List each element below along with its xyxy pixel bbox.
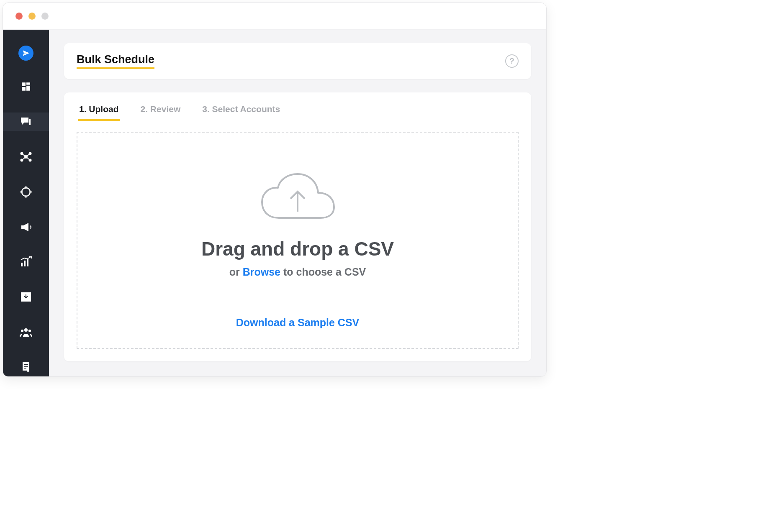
svg-rect-30 <box>24 368 26 369</box>
sidebar-item-megaphone[interactable] <box>3 218 49 236</box>
svg-point-27 <box>28 330 31 332</box>
tab-review[interactable]: 2. Review <box>140 102 182 121</box>
svg-rect-20 <box>24 261 26 266</box>
sidebar-item-document[interactable] <box>3 358 49 376</box>
sidebar-item-network[interactable] <box>3 148 49 166</box>
page-title: Bulk Schedule <box>77 53 154 69</box>
compose-icon <box>20 115 32 128</box>
sidebar-item-logo[interactable] <box>3 46 49 61</box>
dropzone-title: Drag and drop a CSV <box>201 238 394 260</box>
cloud-upload-icon <box>258 172 337 228</box>
sidebar-item-team[interactable] <box>3 323 49 341</box>
svg-rect-4 <box>29 119 31 125</box>
help-button[interactable]: ? <box>505 54 519 68</box>
svg-rect-3 <box>22 87 26 91</box>
download-sample-link[interactable]: Download a Sample CSV <box>236 317 360 329</box>
tab-select-accounts[interactable]: 3. Select Accounts <box>201 102 281 121</box>
svg-line-11 <box>26 153 30 157</box>
browse-link[interactable]: Browse <box>243 266 280 278</box>
network-icon <box>20 151 32 163</box>
window-close-button[interactable] <box>15 13 23 20</box>
sidebar-item-analytics[interactable] <box>3 253 49 271</box>
svg-rect-19 <box>21 263 23 266</box>
sidebar-item-target[interactable] <box>3 183 49 201</box>
svg-rect-28 <box>24 364 28 365</box>
dropzone-subtitle: or Browse to choose a CSV <box>229 266 366 278</box>
app-window: Bulk Schedule ? 1. Upload 2. Review 3. S… <box>3 3 547 377</box>
svg-rect-2 <box>26 86 30 91</box>
svg-rect-24 <box>21 299 31 301</box>
csv-dropzone[interactable]: Drag and drop a CSV or Browse to choose … <box>77 132 519 349</box>
sidebar-item-compose[interactable] <box>3 113 49 131</box>
step-tabs: 1. Upload 2. Review 3. Select Accounts <box>77 102 519 121</box>
team-icon <box>20 326 32 338</box>
help-icon: ? <box>509 56 514 66</box>
dropzone-sub-suffix: to choose a CSV <box>280 266 366 278</box>
sidebar-item-inbox[interactable] <box>3 288 49 306</box>
window-maximize-button[interactable] <box>41 13 49 20</box>
svg-point-25 <box>24 328 28 332</box>
dashboard-icon <box>20 80 32 93</box>
svg-line-10 <box>22 153 26 157</box>
app-body: Bulk Schedule ? 1. Upload 2. Review 3. S… <box>3 30 546 376</box>
svg-line-12 <box>22 157 26 160</box>
svg-point-26 <box>21 330 23 332</box>
tab-upload[interactable]: 1. Upload <box>78 102 120 121</box>
sidebar <box>3 30 49 376</box>
svg-rect-0 <box>22 82 26 86</box>
target-icon <box>20 186 32 198</box>
svg-rect-1 <box>26 82 30 84</box>
inbox-icon <box>20 291 32 303</box>
main-content: Bulk Schedule ? 1. Upload 2. Review 3. S… <box>49 30 546 376</box>
logo-icon <box>18 46 33 61</box>
window-minimize-button[interactable] <box>28 13 36 20</box>
svg-rect-29 <box>24 366 28 367</box>
sidebar-item-dashboard[interactable] <box>3 77 49 96</box>
svg-line-13 <box>26 157 30 160</box>
page-header: Bulk Schedule ? <box>64 43 531 79</box>
document-icon <box>20 361 32 373</box>
analytics-icon <box>20 256 32 268</box>
svg-rect-21 <box>27 259 28 266</box>
content-card: 1. Upload 2. Review 3. Select Accounts D… <box>64 92 531 361</box>
dropzone-sub-prefix: or <box>229 266 243 278</box>
megaphone-icon <box>20 221 32 233</box>
titlebar <box>3 3 546 30</box>
